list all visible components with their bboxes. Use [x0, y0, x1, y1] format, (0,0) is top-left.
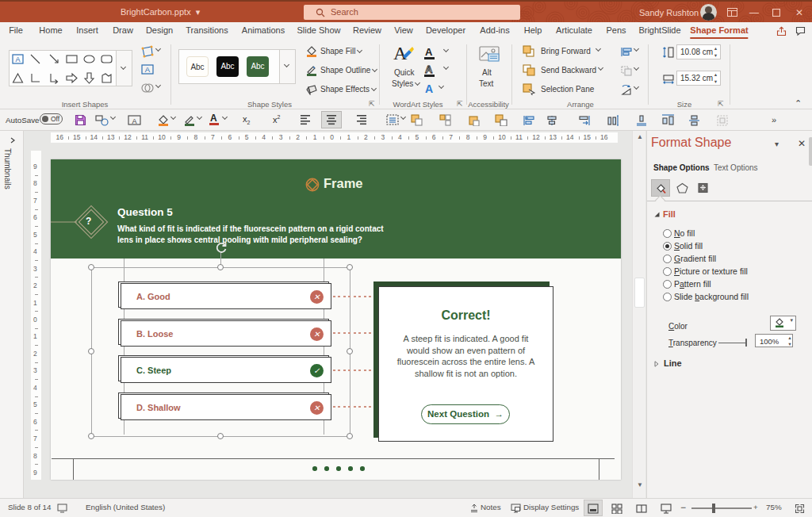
- svg-text:A: A: [15, 56, 20, 63]
- svg-text:A: A: [145, 65, 151, 74]
- svg-text:A: A: [132, 117, 136, 125]
